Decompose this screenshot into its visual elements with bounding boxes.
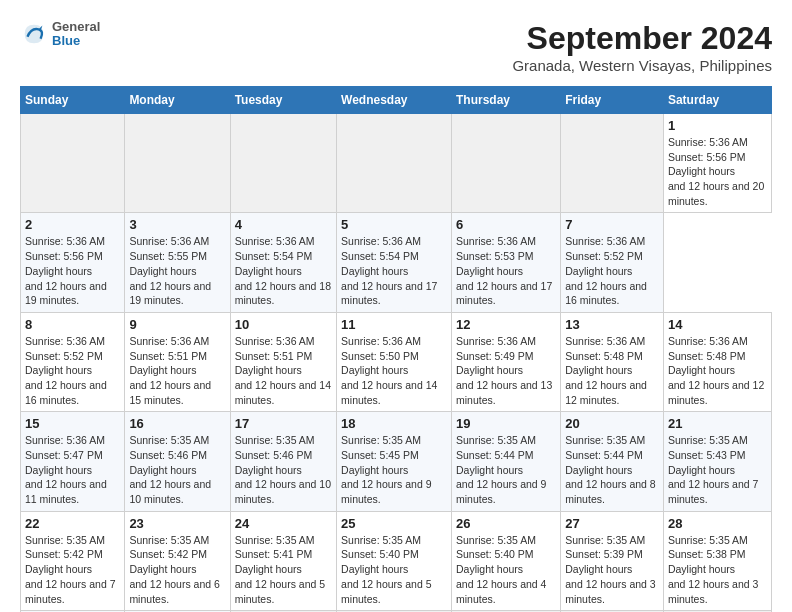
day-info: Sunrise: 5:36 AMSunset: 5:52 PMDaylight …: [25, 334, 120, 407]
day-info: Sunrise: 5:36 AMSunset: 5:52 PMDaylight …: [565, 234, 659, 307]
weekday-header-tuesday: Tuesday: [230, 87, 336, 114]
day-info: Sunrise: 5:35 AMSunset: 5:46 PMDaylight …: [129, 433, 225, 506]
day-info: Sunrise: 5:36 AMSunset: 5:55 PMDaylight …: [129, 234, 225, 307]
day-info: Sunrise: 5:36 AMSunset: 5:53 PMDaylight …: [456, 234, 556, 307]
calendar-cell: 26Sunrise: 5:35 AMSunset: 5:40 PMDayligh…: [451, 511, 560, 610]
calendar-cell: 9Sunrise: 5:36 AMSunset: 5:51 PMDaylight…: [125, 312, 230, 411]
day-number: 28: [668, 516, 767, 531]
calendar-cell: 24Sunrise: 5:35 AMSunset: 5:41 PMDayligh…: [230, 511, 336, 610]
day-info: Sunrise: 5:36 AMSunset: 5:51 PMDaylight …: [235, 334, 332, 407]
day-info: Sunrise: 5:35 AMSunset: 5:40 PMDaylight …: [341, 533, 447, 606]
day-number: 17: [235, 416, 332, 431]
day-info: Sunrise: 5:36 AMSunset: 5:49 PMDaylight …: [456, 334, 556, 407]
calendar-cell: 21Sunrise: 5:35 AMSunset: 5:43 PMDayligh…: [663, 412, 771, 511]
day-number: 24: [235, 516, 332, 531]
calendar-cell: 14Sunrise: 5:36 AMSunset: 5:48 PMDayligh…: [663, 312, 771, 411]
calendar-cell: 6Sunrise: 5:36 AMSunset: 5:53 PMDaylight…: [451, 213, 560, 312]
day-info: Sunrise: 5:35 AMSunset: 5:43 PMDaylight …: [668, 433, 767, 506]
day-number: 23: [129, 516, 225, 531]
logo: General Blue: [20, 20, 100, 49]
day-number: 7: [565, 217, 659, 232]
day-number: 1: [668, 118, 767, 133]
day-info: Sunrise: 5:36 AMSunset: 5:50 PMDaylight …: [341, 334, 447, 407]
day-number: 4: [235, 217, 332, 232]
calendar-cell: 16Sunrise: 5:35 AMSunset: 5:46 PMDayligh…: [125, 412, 230, 511]
calendar-cell: [561, 114, 664, 213]
page-title: September 2024: [512, 20, 772, 57]
calendar-cell: 3Sunrise: 5:36 AMSunset: 5:55 PMDaylight…: [125, 213, 230, 312]
day-number: 26: [456, 516, 556, 531]
day-info: Sunrise: 5:36 AMSunset: 5:48 PMDaylight …: [668, 334, 767, 407]
calendar-cell: 7Sunrise: 5:36 AMSunset: 5:52 PMDaylight…: [561, 213, 664, 312]
weekday-header-sunday: Sunday: [21, 87, 125, 114]
calendar-cell: [230, 114, 336, 213]
day-info: Sunrise: 5:36 AMSunset: 5:51 PMDaylight …: [129, 334, 225, 407]
day-info: Sunrise: 5:35 AMSunset: 5:46 PMDaylight …: [235, 433, 332, 506]
day-info: Sunrise: 5:36 AMSunset: 5:54 PMDaylight …: [235, 234, 332, 307]
calendar-week-row: 8Sunrise: 5:36 AMSunset: 5:52 PMDaylight…: [21, 312, 772, 411]
calendar-cell: 13Sunrise: 5:36 AMSunset: 5:48 PMDayligh…: [561, 312, 664, 411]
day-number: 18: [341, 416, 447, 431]
calendar-header: SundayMondayTuesdayWednesdayThursdayFrid…: [21, 87, 772, 114]
day-info: Sunrise: 5:35 AMSunset: 5:38 PMDaylight …: [668, 533, 767, 606]
calendar-cell: [21, 114, 125, 213]
day-number: 9: [129, 317, 225, 332]
day-info: Sunrise: 5:36 AMSunset: 5:48 PMDaylight …: [565, 334, 659, 407]
weekday-header-thursday: Thursday: [451, 87, 560, 114]
calendar-cell: 12Sunrise: 5:36 AMSunset: 5:49 PMDayligh…: [451, 312, 560, 411]
page-subtitle: Granada, Western Visayas, Philippines: [512, 57, 772, 74]
day-number: 25: [341, 516, 447, 531]
calendar-body: 1Sunrise: 5:36 AMSunset: 5:56 PMDaylight…: [21, 114, 772, 613]
calendar-week-row: 15Sunrise: 5:36 AMSunset: 5:47 PMDayligh…: [21, 412, 772, 511]
day-info: Sunrise: 5:35 AMSunset: 5:40 PMDaylight …: [456, 533, 556, 606]
logo-icon: [20, 20, 48, 48]
calendar-cell: 23Sunrise: 5:35 AMSunset: 5:42 PMDayligh…: [125, 511, 230, 610]
day-info: Sunrise: 5:35 AMSunset: 5:45 PMDaylight …: [341, 433, 447, 506]
calendar-cell: 19Sunrise: 5:35 AMSunset: 5:44 PMDayligh…: [451, 412, 560, 511]
day-info: Sunrise: 5:35 AMSunset: 5:42 PMDaylight …: [25, 533, 120, 606]
weekday-header-row: SundayMondayTuesdayWednesdayThursdayFrid…: [21, 87, 772, 114]
day-info: Sunrise: 5:35 AMSunset: 5:44 PMDaylight …: [565, 433, 659, 506]
weekday-header-monday: Monday: [125, 87, 230, 114]
page-header: General Blue September 2024 Granada, Wes…: [20, 20, 772, 74]
day-number: 13: [565, 317, 659, 332]
calendar-cell: 15Sunrise: 5:36 AMSunset: 5:47 PMDayligh…: [21, 412, 125, 511]
calendar-cell: 25Sunrise: 5:35 AMSunset: 5:40 PMDayligh…: [337, 511, 452, 610]
calendar-cell: 8Sunrise: 5:36 AMSunset: 5:52 PMDaylight…: [21, 312, 125, 411]
calendar-cell: 17Sunrise: 5:35 AMSunset: 5:46 PMDayligh…: [230, 412, 336, 511]
day-number: 3: [129, 217, 225, 232]
weekday-header-wednesday: Wednesday: [337, 87, 452, 114]
calendar-cell: 20Sunrise: 5:35 AMSunset: 5:44 PMDayligh…: [561, 412, 664, 511]
day-number: 22: [25, 516, 120, 531]
logo-line2: Blue: [52, 34, 100, 48]
day-number: 27: [565, 516, 659, 531]
day-number: 21: [668, 416, 767, 431]
day-info: Sunrise: 5:36 AMSunset: 5:47 PMDaylight …: [25, 433, 120, 506]
calendar-cell: 22Sunrise: 5:35 AMSunset: 5:42 PMDayligh…: [21, 511, 125, 610]
day-number: 20: [565, 416, 659, 431]
calendar-cell: 1Sunrise: 5:36 AMSunset: 5:56 PMDaylight…: [663, 114, 771, 213]
calendar-cell: 18Sunrise: 5:35 AMSunset: 5:45 PMDayligh…: [337, 412, 452, 511]
weekday-header-friday: Friday: [561, 87, 664, 114]
day-info: Sunrise: 5:35 AMSunset: 5:44 PMDaylight …: [456, 433, 556, 506]
day-info: Sunrise: 5:36 AMSunset: 5:56 PMDaylight …: [668, 135, 767, 208]
day-number: 8: [25, 317, 120, 332]
calendar-cell: [125, 114, 230, 213]
day-info: Sunrise: 5:35 AMSunset: 5:42 PMDaylight …: [129, 533, 225, 606]
day-number: 12: [456, 317, 556, 332]
calendar-cell: [451, 114, 560, 213]
calendar-cell: 5Sunrise: 5:36 AMSunset: 5:54 PMDaylight…: [337, 213, 452, 312]
calendar-week-row: 1Sunrise: 5:36 AMSunset: 5:56 PMDaylight…: [21, 114, 772, 213]
calendar-cell: 11Sunrise: 5:36 AMSunset: 5:50 PMDayligh…: [337, 312, 452, 411]
calendar-cell: 28Sunrise: 5:35 AMSunset: 5:38 PMDayligh…: [663, 511, 771, 610]
calendar-cell: 10Sunrise: 5:36 AMSunset: 5:51 PMDayligh…: [230, 312, 336, 411]
day-number: 10: [235, 317, 332, 332]
calendar-week-row: 22Sunrise: 5:35 AMSunset: 5:42 PMDayligh…: [21, 511, 772, 610]
day-number: 16: [129, 416, 225, 431]
day-number: 14: [668, 317, 767, 332]
weekday-header-saturday: Saturday: [663, 87, 771, 114]
day-number: 19: [456, 416, 556, 431]
day-info: Sunrise: 5:35 AMSunset: 5:39 PMDaylight …: [565, 533, 659, 606]
calendar-cell: 27Sunrise: 5:35 AMSunset: 5:39 PMDayligh…: [561, 511, 664, 610]
calendar-table: SundayMondayTuesdayWednesdayThursdayFrid…: [20, 86, 772, 612]
